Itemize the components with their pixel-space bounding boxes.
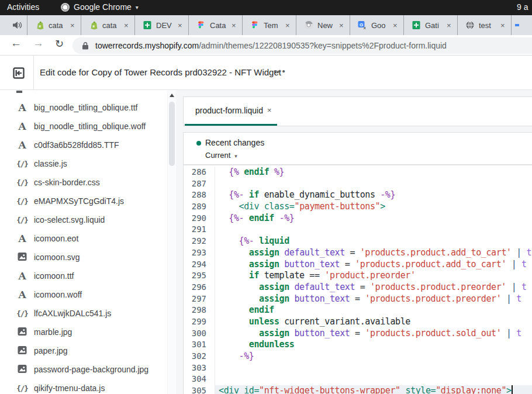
file-item[interactable]: Abig_noodle_titling_oblique.woff [0,117,167,136]
tab-product-form-liquid[interactable]: product-form.liquid × [184,97,277,126]
file-name: icomoon.eot [34,234,78,243]
more-actions-button[interactable]: ••• [274,66,286,76]
file-item[interactable]: {/}qikify-tmenu-data.js [0,379,167,394]
code-file-icon: {/} [16,197,28,206]
image-file-icon [16,252,28,262]
file-list-scrollbar[interactable] [168,90,176,394]
code-line[interactable]: 298 endif [184,305,532,316]
address-bar[interactable]: towerrecords.myshopify.com/admin/themes/… [72,37,532,54]
file-item[interactable]: Aicomoon.ttf [0,267,167,285]
browser-tab[interactable]: Cata× [188,15,242,35]
file-item[interactable]: paper.jpg [0,341,167,360]
browser-tab[interactable]: DEV× [134,15,188,35]
speaker-icon[interactable] [12,20,23,30]
browser-tab[interactable]: New× [296,15,350,35]
close-icon[interactable]: × [178,21,182,30]
close-icon[interactable]: × [447,21,451,30]
close-icon[interactable]: × [500,21,505,30]
file-name: classie.js [34,159,67,168]
scroll-up-icon[interactable] [170,94,174,97]
code-line[interactable]: 292 {%- liquid [184,236,532,247]
clock[interactable]: 9 a [517,2,532,12]
file-item[interactable]: Abig_noodle_titling_oblique.ttf [0,98,167,117]
code-line[interactable]: 300 assign button_text = 'products.produ… [184,328,532,340]
partial-file-item[interactable] [0,90,167,98]
line-number: 301 [184,339,215,351]
code-file-icon: {/} [16,216,28,224]
status-dot-icon [196,141,201,146]
file-item[interactable]: Aicomoon.woff [0,285,167,304]
activities-button[interactable]: Activities [7,2,39,12]
code-line[interactable]: 303 [184,362,532,374]
close-icon[interactable]: × [70,21,75,30]
code-line[interactable]: 287 [184,178,532,190]
code-line[interactable]: 289 <div class="payment-buttons"> [184,201,532,213]
code-line[interactable]: 290 {%- endif -%} [184,213,532,224]
file-item[interactable]: {/}ico-select.svg.liquid [0,210,167,229]
browser-tab[interactable]: scata× [27,15,81,35]
code-line[interactable]: 295 if template == 'product.preorder' [184,270,532,282]
browser-tab[interactable]: Tem× [242,15,296,35]
figma-icon [196,20,206,30]
sheets-icon [412,20,421,30]
file-name: big_noodle_titling_oblique.ttf [34,103,137,112]
code-line[interactable]: 302 -%} [184,351,532,362]
close-icon[interactable]: × [339,21,344,30]
close-icon[interactable]: × [393,21,398,30]
browser-tab[interactable]: Gati× [403,15,457,35]
close-icon[interactable]: × [267,106,272,115]
file-item[interactable]: marble.jpg [0,323,167,341]
page-title: Edit code for Copy of Tower Records prd0… [40,67,281,77]
code-line-text [215,178,532,190]
browser-tab-label: New [317,21,336,30]
file-item[interactable]: {/}classie.js [0,154,167,173]
browser-tab[interactable]: GxGoo× [350,15,403,35]
code-line[interactable]: 299 unless current_variant.available [184,316,532,328]
code-line[interactable]: 296 assign default_text = 'products.prod… [184,282,532,293]
url-domain: towerrecords.myshopify.com [95,41,199,50]
code-line[interactable]: 293 assign default_text = 'products.prod… [184,247,532,259]
code-line[interactable]: 286 {% endif %} [184,167,532,178]
file-item[interactable]: Aicomoon.eot [0,229,167,248]
line-number: 296 [184,282,215,293]
exit-code-editor-button[interactable] [9,64,28,82]
browser-tab[interactable]: test× [457,15,511,35]
back-button[interactable]: ← [11,37,22,50]
line-number: 297 [184,293,215,305]
url-path: /admin/themes/122208190535?key=snippets%… [199,41,447,50]
code-line[interactable]: 291 [184,224,532,236]
scrollbar-thumb[interactable] [169,102,175,166]
file-name: password-page-background.jpg [34,365,148,374]
browser-tab[interactable] [511,15,532,35]
file-name: ico-select.svg.liquid [34,215,105,224]
sheets-icon [143,20,152,30]
code-line-text: assign button_text = 'products.product.s… [215,328,532,340]
file-item[interactable]: Ac0df3a6b528fdd85.TTF [0,136,167,154]
code-line[interactable]: 288 {%- if enable_dynamic_buttons -%} [184,189,532,201]
file-item[interactable]: password-page-background.jpg [0,360,167,379]
browser-tab[interactable]: scata× [81,15,134,35]
font-file-icon: A [16,290,28,300]
file-name: icomoon.woff [34,290,82,299]
version-dropdown[interactable]: Current▾ [205,151,237,160]
code-line[interactable]: 301 endunless [184,339,532,351]
file-name: eMAPMXSyTCgGdiT4.js [34,196,124,206]
forward-button[interactable]: → [33,37,44,50]
code-editor[interactable]: 286 {% endif %}287288 {%- if enable_dyna… [183,165,532,394]
line-number: 289 [184,201,215,213]
file-item[interactable]: {/}lfcAXLwjkDALc541.js [0,304,167,323]
file-name: big_noodle_titling_oblique.woff [34,122,146,131]
code-line-text: assign button_text = 'products.product.a… [215,259,532,271]
close-icon[interactable]: × [285,21,290,30]
code-line[interactable]: 304 [184,374,532,385]
file-item[interactable]: icomoon.svg [0,248,167,267]
code-line[interactable]: 294 assign button_text = 'products.produ… [184,259,532,271]
close-icon[interactable]: × [232,21,236,30]
close-icon[interactable]: × [124,21,129,30]
code-line[interactable]: 297 assign button_text = 'products.produ… [184,293,532,305]
app-menu-button[interactable]: Google Chrome ▾ [61,2,139,12]
file-item[interactable]: {/}eMAPMXSyTCgGdiT4.js [0,192,167,210]
code-line[interactable]: 305<div id="nft-widget-buttons-wrapper" … [184,385,532,394]
reload-button[interactable]: ↻ [55,37,64,50]
file-item[interactable]: {/}cs-skin-border.css [0,173,167,192]
